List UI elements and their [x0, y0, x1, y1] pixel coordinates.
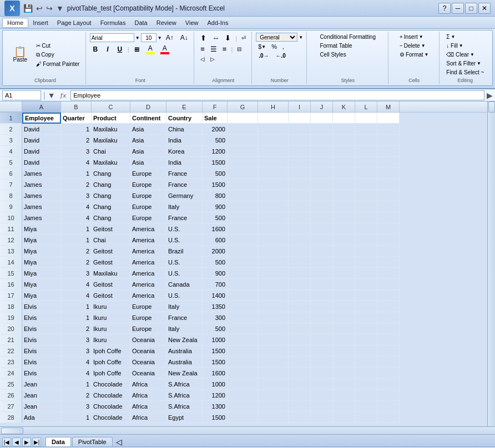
sheet-nav-prev[interactable]: ◀ — [12, 437, 21, 446]
list-item[interactable]: Maxilaku — [92, 157, 130, 168]
list-item[interactable]: Oceania — [130, 368, 166, 379]
list-item[interactable]: Ikuru — [92, 301, 130, 312]
list-item[interactable] — [377, 323, 400, 334]
list-item[interactable] — [228, 190, 258, 201]
list-item[interactable] — [355, 312, 377, 323]
list-item[interactable]: Germany — [166, 190, 203, 201]
list-item[interactable]: Italy — [166, 201, 203, 212]
list-item[interactable] — [228, 334, 258, 345]
list-item[interactable] — [333, 301, 355, 312]
list-item[interactable]: 4 — [61, 279, 92, 290]
list-item[interactable]: U.S. — [166, 235, 203, 246]
list-item[interactable]: America — [130, 235, 166, 246]
list-item[interactable] — [311, 201, 333, 212]
list-item[interactable] — [311, 179, 333, 190]
list-item[interactable] — [377, 223, 400, 235]
list-item[interactable] — [355, 390, 377, 401]
list-item[interactable]: 1000 — [203, 379, 228, 390]
list-item[interactable] — [333, 268, 355, 279]
wrap-text-btn[interactable]: ⏎ — [239, 34, 248, 42]
vertical-scrollbar[interactable] — [487, 101, 495, 426]
list-item[interactable]: Chang — [92, 179, 130, 190]
list-item[interactable]: Jean — [22, 401, 61, 412]
list-item[interactable] — [289, 246, 311, 257]
list-item[interactable] — [228, 113, 258, 124]
menu-view[interactable]: View — [181, 18, 203, 27]
list-item[interactable] — [377, 201, 400, 212]
list-item[interactable]: Elvis — [22, 323, 61, 334]
list-item[interactable] — [355, 345, 377, 357]
list-item[interactable]: 500 — [203, 135, 228, 146]
list-item[interactable]: Miya — [22, 257, 61, 268]
list-item[interactable]: 4 — [61, 212, 92, 223]
list-item[interactable]: 800 — [203, 190, 228, 201]
list-item[interactable]: Ipoh Coffe — [92, 368, 130, 379]
list-item[interactable] — [228, 212, 258, 223]
list-item[interactable] — [355, 290, 377, 301]
list-item[interactable]: Chang — [92, 190, 130, 201]
list-item[interactable] — [311, 290, 333, 301]
list-item[interactable]: France — [166, 312, 203, 323]
list-item[interactable]: 300 — [203, 312, 228, 323]
list-item[interactable] — [333, 235, 355, 246]
list-item[interactable]: Chocolade — [92, 379, 130, 390]
list-item[interactable]: Miya — [22, 246, 61, 257]
vscroll-thumb[interactable] — [488, 101, 495, 113]
list-item[interactable] — [289, 113, 311, 124]
list-item[interactable] — [228, 179, 258, 190]
row-header[interactable]: 7 — [0, 179, 22, 190]
list-item[interactable]: Chang — [92, 201, 130, 212]
list-item[interactable]: Africa — [130, 401, 166, 412]
insert-btn[interactable]: + Insert ▼ — [397, 33, 432, 41]
list-item[interactable]: David — [22, 124, 61, 135]
row-header[interactable]: 20 — [0, 323, 22, 334]
list-item[interactable]: Geitost — [92, 290, 130, 301]
list-item[interactable] — [258, 368, 289, 379]
list-item[interactable] — [258, 146, 289, 157]
list-item[interactable] — [311, 168, 333, 179]
list-item[interactable] — [311, 223, 333, 235]
list-item[interactable] — [289, 223, 311, 235]
row-header[interactable]: 3 — [0, 135, 22, 146]
list-item[interactable] — [333, 345, 355, 357]
list-item[interactable]: Africa — [130, 379, 166, 390]
col-header-e[interactable]: E — [166, 101, 203, 112]
list-item[interactable]: 500 — [203, 212, 228, 223]
list-item[interactable] — [333, 157, 355, 168]
col-header-j[interactable]: J — [311, 101, 333, 112]
list-item[interactable] — [289, 390, 311, 401]
list-item[interactable] — [311, 135, 333, 146]
list-item[interactable]: Geitost — [92, 223, 130, 235]
fill-btn[interactable]: ↓ Fill ▼ — [443, 42, 487, 50]
list-item[interactable] — [258, 212, 289, 223]
list-item[interactable]: Europe — [130, 312, 166, 323]
sort-filter-btn[interactable]: Sort & Filter ▼ — [443, 59, 487, 68]
list-item[interactable] — [355, 412, 377, 423]
list-item[interactable] — [258, 223, 289, 235]
list-item[interactable] — [258, 312, 289, 323]
list-item[interactable] — [377, 390, 400, 401]
list-item[interactable] — [377, 235, 400, 246]
list-item[interactable]: 500 — [203, 257, 228, 268]
row-header[interactable]: 11 — [0, 223, 22, 235]
list-item[interactable] — [228, 135, 258, 146]
list-item[interactable]: 1500 — [203, 179, 228, 190]
row-header[interactable]: 24 — [0, 368, 22, 379]
list-item[interactable] — [355, 323, 377, 334]
list-item[interactable]: Australia — [166, 345, 203, 357]
list-item[interactable]: Country — [166, 113, 203, 124]
list-item[interactable] — [289, 312, 311, 323]
list-item[interactable]: Chocolade — [92, 390, 130, 401]
menu-home[interactable]: Home — [2, 18, 28, 28]
border-button[interactable]: ⊞ — [132, 45, 143, 54]
list-item[interactable]: 1300 — [203, 401, 228, 412]
list-item[interactable] — [311, 312, 333, 323]
sheet-tab-pivottable[interactable]: PivotTable — [72, 437, 113, 446]
list-item[interactable] — [258, 190, 289, 201]
list-item[interactable] — [311, 124, 333, 135]
list-item[interactable] — [289, 301, 311, 312]
list-item[interactable] — [311, 246, 333, 257]
list-item[interactable]: Ipoh Coffe — [92, 345, 130, 357]
list-item[interactable]: Africa — [130, 412, 166, 423]
list-item[interactable]: Asia — [130, 146, 166, 157]
